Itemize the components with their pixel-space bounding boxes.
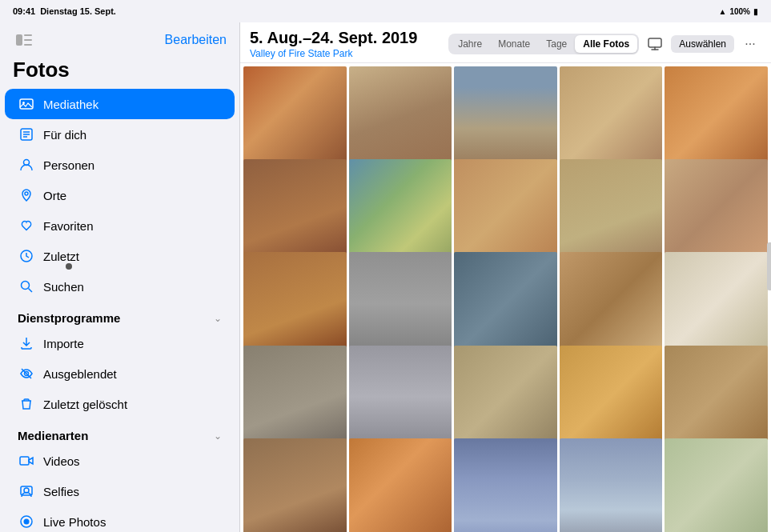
- sidebar-title: Fotos: [0, 54, 239, 89]
- date-range: 5. Aug.–24. Sept. 2019: [250, 29, 417, 47]
- photo-cell[interactable]: [454, 66, 557, 170]
- ausgeblendet-icon: [18, 365, 35, 382]
- svg-point-5: [22, 102, 25, 104]
- zuletzt-icon: [18, 247, 35, 265]
- sidebar-toggle-button[interactable]: [13, 29, 35, 51]
- section-header-dienstprogramme[interactable]: Dienstprogramme ⌄: [5, 302, 235, 328]
- wifi-icon: ▲: [719, 7, 727, 16]
- sidebar-item-label: Favoriten: [43, 219, 94, 233]
- section-chevron-icon: ⌄: [214, 430, 222, 442]
- sidebar-item-label: Selfies: [43, 485, 79, 498]
- photo-cell[interactable]: [665, 159, 768, 262]
- photo-cell[interactable]: [454, 438, 557, 532]
- tab-jahre[interactable]: Jahre: [450, 35, 490, 53]
- photo-cell[interactable]: [243, 438, 347, 532]
- photo-cell[interactable]: [560, 66, 663, 170]
- sidebar-item-zuletzt-geloescht[interactable]: Zuletzt gelöscht: [5, 389, 235, 419]
- section-title: Medienarten: [18, 429, 88, 442]
- photo-grid: [240, 63, 771, 532]
- sidebar-header: Bearbeiten: [0, 22, 239, 54]
- svg-point-13: [22, 282, 30, 290]
- sidebar-item-importe[interactable]: Importe: [5, 328, 235, 358]
- photo-cell[interactable]: [560, 159, 663, 262]
- suchen-icon: [18, 278, 35, 295]
- svg-line-14: [29, 289, 33, 293]
- personen-icon: [18, 156, 35, 174]
- section-header-medienarten[interactable]: Medienarten ⌄: [5, 419, 235, 446]
- svg-rect-0: [16, 34, 22, 46]
- photo-cell[interactable]: [243, 66, 347, 170]
- main-content: 5. Aug.–24. Sept. 2019 Valley of Fire St…: [240, 22, 771, 532]
- photo-cell[interactable]: [665, 346, 768, 449]
- sidebar: Bearbeiten Fotos Mediathek Für dich Pers…: [0, 22, 240, 532]
- orte-icon: [18, 186, 35, 204]
- notification-dot: [66, 263, 72, 270]
- sidebar-item-zuletzt[interactable]: Zuletzt: [5, 241, 235, 271]
- sidebar-sections: Dienstprogramme ⌄ Importe Ausgeblendet Z…: [0, 302, 239, 532]
- fuer-dich-icon: [18, 126, 35, 143]
- photo-cell[interactable]: [454, 346, 557, 449]
- svg-point-21: [24, 519, 30, 525]
- section-title: Dienstprogramme: [18, 311, 120, 325]
- tab-tage[interactable]: Tage: [538, 35, 575, 53]
- tab-group: JahreMonateTageAlle Fotos: [448, 34, 639, 54]
- header-right: JahreMonateTageAlle Fotos Auswählen ···: [448, 33, 761, 55]
- sidebar-item-favoriten[interactable]: Favoriten: [5, 210, 235, 241]
- more-button[interactable]: ···: [739, 33, 761, 55]
- sidebar-item-personen[interactable]: Personen: [5, 150, 235, 180]
- photo-cell[interactable]: [665, 438, 768, 532]
- photo-cell[interactable]: [560, 346, 663, 449]
- sidebar-item-fuer-dich[interactable]: Für dich: [5, 119, 235, 150]
- photo-cell[interactable]: [454, 159, 557, 262]
- photo-cell[interactable]: [349, 252, 452, 355]
- selfies-icon: [18, 482, 35, 500]
- status-bar: 09:41 Dienstag 15. Sept. ▲ 100% ▮: [0, 0, 771, 22]
- sidebar-item-label: Personen: [43, 158, 94, 172]
- sidebar-item-ausgeblendet[interactable]: Ausgeblendet: [5, 358, 235, 389]
- svg-point-11: [25, 192, 28, 195]
- sidebar-item-label: Ausgeblendet: [43, 367, 117, 381]
- svg-rect-1: [24, 34, 32, 36]
- sidebar-item-label: Videos: [43, 454, 80, 468]
- sidebar-item-videos[interactable]: Videos: [5, 446, 235, 476]
- photo-cell[interactable]: [560, 438, 663, 532]
- sidebar-item-label: Orte: [43, 189, 66, 202]
- svg-rect-2: [24, 39, 32, 41]
- screen-mirror-button[interactable]: [644, 33, 666, 55]
- sidebar-item-selfies[interactable]: Selfies: [5, 476, 235, 506]
- sidebar-item-mediathek[interactable]: Mediathek: [5, 89, 235, 119]
- location-label: Valley of Fire State Park: [250, 48, 417, 59]
- svg-rect-24: [649, 38, 661, 47]
- photo-cell[interactable]: [349, 66, 452, 170]
- sidebar-item-label: Für dich: [43, 128, 86, 142]
- favoriten-icon: [18, 217, 35, 234]
- photo-cell[interactable]: [243, 346, 347, 449]
- photo-cell[interactable]: [665, 252, 768, 355]
- sidebar-item-label: Live Photos: [43, 515, 106, 529]
- photo-cell[interactable]: [243, 159, 347, 262]
- sidebar-item-live-photos[interactable]: Live Photos: [5, 506, 235, 532]
- photo-cell[interactable]: [349, 159, 452, 262]
- live-photos-icon: [18, 513, 35, 530]
- photo-cell[interactable]: [349, 346, 452, 449]
- photo-cell[interactable]: [349, 438, 452, 532]
- tab-alle-fotos[interactable]: Alle Fotos: [575, 35, 637, 53]
- edit-button[interactable]: Bearbeiten: [165, 33, 227, 47]
- sidebar-item-label: Zuletzt: [43, 250, 79, 263]
- photo-cell[interactable]: [665, 66, 768, 170]
- svg-rect-4: [20, 99, 33, 109]
- status-right: ▲ 100% ▮: [719, 7, 758, 16]
- app-container: Bearbeiten Fotos Mediathek Für dich Pers…: [0, 22, 771, 532]
- select-button[interactable]: Auswählen: [671, 35, 734, 53]
- content-header: 5. Aug.–24. Sept. 2019 Valley of Fire St…: [240, 22, 771, 63]
- sidebar-item-suchen[interactable]: Suchen: [5, 271, 235, 302]
- sidebar-item-label: Suchen: [43, 280, 84, 294]
- photo-cell[interactable]: [243, 252, 347, 355]
- photo-cell[interactable]: [560, 252, 663, 355]
- sidebar-item-label: Zuletzt gelöscht: [43, 398, 127, 411]
- date: Dienstag 15. Sept.: [40, 6, 116, 16]
- svg-rect-3: [24, 44, 32, 46]
- photo-cell[interactable]: [454, 252, 557, 355]
- sidebar-item-orte[interactable]: Orte: [5, 180, 235, 210]
- tab-monate[interactable]: Monate: [490, 35, 538, 53]
